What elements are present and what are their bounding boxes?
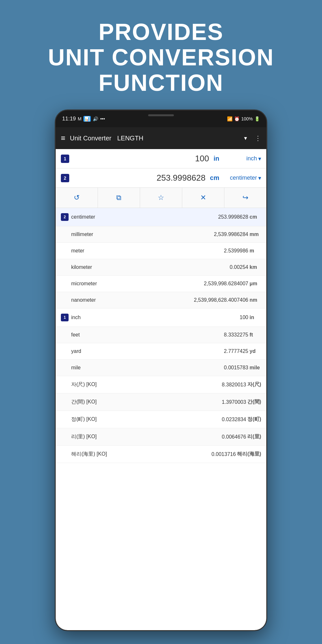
close-icon: ✕ bbox=[200, 194, 206, 202]
result-row[interactable]: yard2.7777425yd bbox=[56, 343, 266, 360]
battery-icon: 🔋 bbox=[254, 116, 260, 121]
result-unit-value: 0.00254 bbox=[230, 264, 248, 270]
input-button[interactable]: ↪ bbox=[224, 188, 266, 208]
result-unit-name: kilometer bbox=[71, 264, 230, 270]
favorite-button[interactable]: ☆ bbox=[140, 188, 182, 208]
status-left: 11:19 M 📊 🔊 ••• bbox=[62, 116, 105, 122]
input-badge-2: 2 bbox=[61, 174, 69, 182]
phone-frame: 11:19 M 📊 🔊 ••• 📶 ⏰ 100% 🔋 ≡ Unit Conver… bbox=[55, 109, 267, 631]
hero-line3: FUNCTION bbox=[99, 70, 223, 96]
unit-selector-1[interactable]: inch ▾ bbox=[223, 155, 261, 162]
dots-icon: ••• bbox=[100, 116, 105, 121]
unit-dropdown-arrow-2[interactable]: ▾ bbox=[258, 175, 261, 182]
result-row[interactable]: millimeter2,539.9986284mm bbox=[56, 226, 266, 243]
result-row[interactable]: 1inch100in bbox=[56, 308, 266, 327]
result-unit-name: mile bbox=[71, 365, 224, 371]
status-bar: 11:19 M 📊 🔊 ••• 📶 ⏰ 100% 🔋 bbox=[56, 110, 266, 127]
result-unit-abbr: 리(里) bbox=[247, 433, 261, 440]
unit-dropdown-arrow-1[interactable]: ▾ bbox=[258, 155, 261, 162]
result-unit-abbr: km bbox=[250, 264, 261, 270]
input-value-1[interactable]: 100 bbox=[72, 154, 209, 164]
result-unit-abbr: 자(尺) bbox=[247, 381, 261, 388]
results-list: 2centimeter253.9998628cmmillimeter2,539.… bbox=[56, 208, 266, 463]
result-unit-name: inch bbox=[71, 315, 240, 320]
result-row[interactable]: nanometer2,539,998,628.4007406nm bbox=[56, 292, 266, 308]
enter-icon: ↪ bbox=[242, 194, 248, 202]
app-category: LENGTH bbox=[117, 135, 143, 142]
result-unit-abbr: mm bbox=[250, 232, 261, 237]
copy-button[interactable]: ⧉ bbox=[98, 188, 140, 208]
input-row-1[interactable]: 1 100 in inch ▾ bbox=[56, 149, 266, 168]
result-unit-name: nanometer bbox=[71, 297, 194, 303]
result-row[interactable]: meter2.5399986m bbox=[56, 243, 266, 259]
result-row[interactable]: feet8.3332275ft bbox=[56, 327, 266, 343]
result-unit-value: 2,539,998,628.4007406 bbox=[194, 297, 248, 303]
more-options-icon[interactable]: ⋮ bbox=[255, 134, 261, 142]
app-bar: ≡ Unit Converter LENGTH ▾ ⋮ bbox=[56, 127, 266, 149]
result-unit-name: yard bbox=[71, 348, 224, 354]
result-unit-abbr: cm bbox=[250, 214, 261, 220]
input-value-2[interactable]: 253.9998628 bbox=[72, 173, 205, 183]
battery-percent: 100% bbox=[241, 116, 253, 121]
result-unit-name: 간(間) [KO] bbox=[71, 399, 222, 405]
status-time: 11:19 bbox=[62, 116, 76, 122]
result-unit-value: 2.7777425 bbox=[224, 348, 248, 354]
category-dropdown-icon[interactable]: ▾ bbox=[244, 135, 247, 142]
result-row[interactable]: kilometer0.00254km bbox=[56, 259, 266, 276]
star-icon: ☆ bbox=[158, 194, 164, 202]
result-row[interactable]: 자(尺) [KO]8.3820013자(尺) bbox=[56, 376, 266, 393]
clear-button[interactable]: ✕ bbox=[182, 188, 224, 208]
result-unit-name: meter bbox=[71, 248, 224, 254]
chart-icon: 📊 bbox=[83, 116, 91, 122]
app-title: Unit Converter bbox=[70, 135, 111, 142]
result-unit-abbr: 간(間) bbox=[247, 399, 261, 405]
result-badge: 1 bbox=[61, 314, 69, 321]
result-badge: 2 bbox=[61, 213, 69, 221]
status-right: 📶 ⏰ 100% 🔋 bbox=[227, 116, 260, 121]
result-unit-value: 0.0015783 bbox=[224, 365, 248, 371]
result-unit-abbr: nm bbox=[250, 297, 261, 303]
alarm-icon: ⏰ bbox=[234, 116, 240, 121]
input-unit-abbr-2: cm bbox=[210, 174, 219, 182]
result-row[interactable]: mile0.0015783mile bbox=[56, 360, 266, 376]
refresh-button[interactable]: ↺ bbox=[56, 188, 98, 208]
result-unit-abbr: 해리(海里) bbox=[237, 451, 261, 458]
unit-name-2: centimeter bbox=[230, 175, 257, 181]
result-row[interactable]: 리(里) [KO]0.0064676리(里) bbox=[56, 428, 266, 446]
copy-icon: ⧉ bbox=[116, 194, 121, 202]
result-unit-abbr: μm bbox=[250, 281, 261, 287]
result-row[interactable]: 간(間) [KO]1.3970003간(間) bbox=[56, 393, 266, 411]
result-row[interactable]: 해리(海里) [KO]0.0013716해리(海里) bbox=[56, 446, 266, 463]
input-badge-1: 1 bbox=[61, 155, 69, 163]
result-unit-abbr: m bbox=[250, 248, 261, 254]
result-unit-name: 정(町) [KO] bbox=[71, 416, 222, 423]
hamburger-menu-icon[interactable]: ≡ bbox=[61, 134, 65, 143]
unit-selector-2[interactable]: centimeter ▾ bbox=[223, 175, 261, 182]
action-row: ↺ ⧉ ☆ ✕ ↪ bbox=[56, 188, 266, 208]
result-unit-value: 0.0013716 bbox=[212, 451, 236, 457]
result-unit-name: centimeter bbox=[71, 214, 218, 220]
result-unit-name: millimeter bbox=[71, 232, 214, 237]
input-unit-abbr-1: in bbox=[213, 155, 219, 162]
result-unit-value: 253.9998628 bbox=[218, 214, 248, 220]
result-row[interactable]: 2centimeter253.9998628cm bbox=[56, 208, 266, 226]
result-unit-abbr: mile bbox=[250, 365, 261, 371]
result-unit-value: 8.3332275 bbox=[224, 332, 248, 338]
result-unit-value: 100 bbox=[240, 315, 248, 320]
result-unit-abbr: in bbox=[250, 315, 261, 320]
result-unit-name: micrometer bbox=[71, 281, 204, 287]
result-unit-value: 0.0232834 bbox=[222, 417, 246, 422]
input-row-2[interactable]: 2 253.9998628 cm centimeter ▾ bbox=[56, 168, 266, 188]
result-unit-value: 1.3970003 bbox=[222, 399, 246, 405]
bluetooth-icon: 🔊 bbox=[93, 116, 98, 121]
result-row[interactable]: micrometer2,539,998.6284007μm bbox=[56, 276, 266, 292]
refresh-icon: ↺ bbox=[74, 194, 80, 202]
hero-line2: UNIT CONVERSION bbox=[48, 44, 274, 70]
result-unit-name: 리(里) [KO] bbox=[71, 433, 222, 440]
hero-line1: PROVIDES bbox=[99, 19, 223, 45]
result-unit-value: 2,539.9986284 bbox=[214, 232, 248, 237]
screen-content: 1 100 in inch ▾ 2 253.9998628 cm centime… bbox=[56, 149, 266, 630]
result-row[interactable]: 정(町) [KO]0.0232834정(町) bbox=[56, 411, 266, 428]
result-unit-abbr: 정(町) bbox=[247, 416, 261, 423]
phone-speaker bbox=[148, 114, 174, 116]
